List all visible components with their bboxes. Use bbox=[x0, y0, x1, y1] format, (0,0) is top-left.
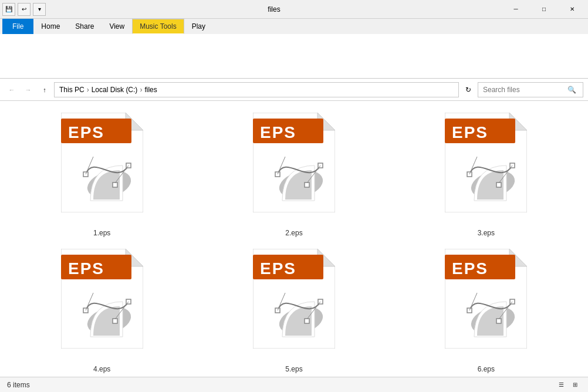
eps-icon: EPS bbox=[61, 249, 143, 349]
search-icon[interactable]: 🔍 bbox=[566, 82, 578, 97]
eps-icon: EPS bbox=[445, 249, 527, 349]
tab-home[interactable]: Home bbox=[33, 19, 67, 34]
up-button[interactable]: ↑ bbox=[38, 83, 52, 97]
eps-icon: EPS bbox=[445, 113, 527, 212]
search-input[interactable] bbox=[483, 86, 566, 94]
file-icon-wrapper: EPS bbox=[55, 249, 149, 360]
svg-text:EPS: EPS bbox=[452, 259, 488, 278]
svg-rect-57 bbox=[496, 319, 501, 323]
address-bar: ← → ↑ This PC › Local Disk (C:) › files … bbox=[0, 79, 588, 101]
file-label: 3.eps bbox=[478, 229, 495, 237]
svg-rect-47 bbox=[305, 319, 309, 323]
file-icon-wrapper: EPS bbox=[247, 113, 341, 224]
window-controls: ─ □ ✕ bbox=[502, 0, 586, 19]
path-sep-2: › bbox=[140, 86, 142, 94]
svg-rect-17 bbox=[305, 183, 309, 187]
forward-button[interactable]: → bbox=[21, 83, 35, 97]
title-bar: 💾 ↩ ▾ files ─ □ ✕ bbox=[0, 0, 588, 19]
tab-view[interactable]: View bbox=[102, 19, 132, 34]
file-item[interactable]: EPS bbox=[439, 113, 533, 237]
tab-music-tools[interactable]: Music Tools bbox=[132, 19, 184, 34]
view-controls: ☰ ⊞ bbox=[555, 379, 581, 391]
file-label: 6.eps bbox=[478, 365, 495, 373]
tab-share[interactable]: Share bbox=[67, 19, 102, 34]
svg-text:EPS: EPS bbox=[68, 123, 104, 141]
tab-play[interactable]: Play bbox=[184, 19, 213, 34]
path-files[interactable]: files bbox=[144, 86, 157, 94]
item-count: 6 items bbox=[7, 381, 30, 389]
file-icon-wrapper: EPS bbox=[439, 113, 533, 224]
grid-view-button[interactable]: ⊞ bbox=[569, 379, 581, 391]
list-view-button[interactable]: ☰ bbox=[555, 379, 567, 391]
svg-text:EPS: EPS bbox=[68, 259, 104, 278]
tab-file[interactable]: File bbox=[2, 19, 33, 34]
quick-access-save[interactable]: 💾 bbox=[2, 3, 15, 16]
eps-icon: EPS bbox=[253, 113, 335, 212]
files-grid: EPS bbox=[18, 113, 570, 373]
file-label: 1.eps bbox=[93, 229, 110, 237]
eps-icon: EPS bbox=[253, 249, 335, 349]
svg-rect-7 bbox=[113, 183, 117, 187]
file-label: 5.eps bbox=[285, 365, 302, 373]
path-sep-1: › bbox=[87, 86, 89, 94]
refresh-button[interactable]: ↻ bbox=[461, 83, 475, 97]
maximize-button[interactable]: □ bbox=[530, 0, 557, 19]
file-item[interactable]: EPS bbox=[55, 249, 149, 373]
back-button[interactable]: ← bbox=[5, 83, 19, 97]
file-label: 4.eps bbox=[93, 365, 110, 373]
file-item[interactable]: EPS bbox=[439, 249, 533, 373]
window-title: files bbox=[46, 5, 502, 13]
file-label: 2.eps bbox=[285, 229, 302, 237]
path-local-disk[interactable]: Local Disk (C:) bbox=[92, 86, 138, 94]
svg-text:EPS: EPS bbox=[452, 123, 488, 141]
file-item[interactable]: EPS bbox=[247, 249, 341, 373]
ribbon-content bbox=[0, 34, 588, 79]
status-bar: 6 items ☰ ⊞ bbox=[0, 377, 588, 392]
eps-icon: EPS bbox=[61, 113, 143, 212]
search-box[interactable]: 🔍 bbox=[478, 82, 583, 97]
svg-text:EPS: EPS bbox=[260, 123, 296, 141]
close-button[interactable]: ✕ bbox=[559, 0, 586, 19]
svg-rect-37 bbox=[113, 319, 117, 323]
minimize-button[interactable]: ─ bbox=[502, 0, 529, 19]
path-this-pc[interactable]: This PC bbox=[59, 86, 85, 94]
svg-text:EPS: EPS bbox=[260, 259, 296, 278]
file-item[interactable]: EPS bbox=[55, 113, 149, 237]
file-icon-wrapper: EPS bbox=[55, 113, 149, 224]
ribbon-tabs: File Home Share View Music Tools Play bbox=[0, 19, 588, 34]
file-icon-wrapper: EPS bbox=[247, 249, 341, 360]
quick-access-more[interactable]: ▾ bbox=[33, 3, 46, 16]
file-item[interactable]: EPS bbox=[247, 113, 341, 237]
file-icon-wrapper: EPS bbox=[439, 249, 533, 360]
main-content: EPS bbox=[0, 101, 588, 377]
svg-rect-27 bbox=[496, 183, 501, 187]
title-bar-left: 💾 ↩ ▾ bbox=[2, 3, 46, 16]
address-path[interactable]: This PC › Local Disk (C:) › files bbox=[54, 82, 459, 97]
quick-access-undo[interactable]: ↩ bbox=[18, 3, 31, 16]
